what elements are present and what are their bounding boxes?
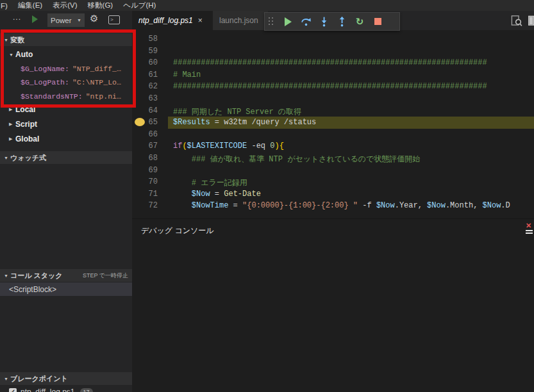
debug-config-dropdown[interactable]: Power ▼ <box>47 13 85 27</box>
line-number[interactable]: 71 <box>132 190 158 199</box>
breakpoint-item[interactable]: ✓ ntp_diff_log.ps1 17 <box>0 386 132 392</box>
menu-item-3[interactable]: 移動(G) <box>83 1 119 10</box>
variable-row[interactable]: $G_LogPath:"C:\NTP_Lo… <box>0 76 132 89</box>
line-number[interactable]: 58 <box>132 35 158 44</box>
breakpoints-section-header[interactable]: ▼ ブレークポイント <box>0 372 132 385</box>
watch-section-header[interactable]: ▼ ウォッチ式 <box>0 151 132 164</box>
vscode-window: F)編集(E)表示(V)移動(G)ヘルプ(H) ... Power ▼ ⚙ > … <box>0 0 534 392</box>
stop-icon <box>374 18 381 25</box>
variable-name: $G_LogPath: <box>21 78 69 86</box>
editor-line-70: 70 # エラー記録用 <box>132 176 534 188</box>
editor-line-65: 65$Results = w32tm /query /status <box>132 117 534 129</box>
menu-item-1[interactable]: 編集(E) <box>13 1 47 10</box>
variable-name: $G_LogName: <box>21 65 69 73</box>
line-number[interactable]: 64 <box>132 106 158 115</box>
restart-button[interactable]: ↻ <box>351 13 369 30</box>
variable-value: "ntp.ni… <box>86 92 121 101</box>
line-number[interactable]: 70 <box>132 177 158 186</box>
stop-button[interactable] <box>369 13 387 30</box>
variable-value: "NTP_diff_… <box>72 65 121 73</box>
tab-label: launch.json <box>219 16 258 25</box>
variables-group-global[interactable]: ▶Global <box>0 133 132 145</box>
step-out-button[interactable] <box>333 13 351 30</box>
line-number[interactable]: 63 <box>132 94 158 103</box>
step-into-button[interactable] <box>315 13 333 30</box>
editor-line-72: 72 $NowTime = "{0:0000}-{1:00}-{2:00} " … <box>132 200 534 212</box>
more-actions-button[interactable]: ... <box>13 13 21 22</box>
chevron-expanded-icon: ▼ <box>4 377 10 381</box>
line-number[interactable]: 69 <box>132 166 158 175</box>
editor-line-63: 63 <box>132 93 534 105</box>
debug-console-panel: デバッグ コンソール ✕ <box>132 218 534 392</box>
line-number[interactable]: 62 <box>132 82 158 91</box>
variables-group-local[interactable]: ▶Local <box>0 103 132 116</box>
editor-line-59: 59 <box>132 45 534 58</box>
group-label: Script <box>15 120 37 129</box>
chevron-collapsed-icon: ▶ <box>9 136 15 142</box>
editor-line-60: 60######################################… <box>132 57 534 69</box>
pause-reason-label: STEP で一時停止 <box>83 272 128 280</box>
menu-bar: F)編集(E)表示(V)移動(G)ヘルプ(H) <box>0 0 534 11</box>
variable-name: $StandardsNTP: <box>21 92 83 101</box>
code-text: $NowTime = "{0:0000}-{1:00}-{2:00} " -f … <box>173 201 510 210</box>
editor-line-61: 61# Main <box>132 69 534 81</box>
variables-section-header[interactable]: ▼ 変数 <box>0 33 132 46</box>
code-text: ### 同期した NTP Server の取得 <box>173 106 301 117</box>
call-stack-frame[interactable]: <ScriptBlock> <box>0 282 132 296</box>
menu-item-0[interactable]: F) <box>0 2 13 10</box>
step-over-button[interactable] <box>297 13 315 30</box>
step-into-icon <box>319 16 330 27</box>
code-text: # エラー記録用 <box>173 177 247 188</box>
group-label: Local <box>15 105 35 114</box>
call-stack-section-header[interactable]: ▼ コール スタック STEP で一時停止 <box>0 269 132 282</box>
split-editor-button[interactable] <box>528 15 534 29</box>
tab-launch-json[interactable]: launch.json <box>213 11 268 30</box>
line-number[interactable]: 61 <box>132 70 158 79</box>
menu-item-4[interactable]: ヘルプ(H) <box>118 1 161 10</box>
variables-header-label: 変数 <box>10 35 24 45</box>
breakpoint-checkbox[interactable]: ✓ <box>9 388 17 392</box>
chevron-down-icon: ▼ <box>77 18 81 22</box>
menu-item-2[interactable]: 表示(V) <box>47 1 82 10</box>
chevron-collapsed-icon: ▶ <box>9 107 15 112</box>
clipped-filter-icon: ✕ <box>526 223 534 236</box>
code-text: ########################################… <box>173 82 487 91</box>
top-toolbar-row: ... Power ▼ ⚙ > ntp_diff_log.ps1 × launc… <box>0 11 534 30</box>
variables-group-script[interactable]: ▶Script <box>0 118 132 131</box>
line-number[interactable]: 68 <box>132 154 158 163</box>
debug-sidebar-toolbar: ... Power ▼ ⚙ > <box>0 11 132 30</box>
variable-row[interactable]: $G_LogName:"NTP_diff_… <box>0 62 132 75</box>
frame-label: <ScriptBlock> <box>9 285 56 294</box>
step-over-icon <box>301 16 312 27</box>
line-number[interactable]: 72 <box>132 201 158 210</box>
debug-console-icon[interactable]: > <box>108 15 120 24</box>
line-number[interactable]: 60 <box>132 58 158 67</box>
variables-group-auto[interactable]: ▼ Auto <box>0 48 132 61</box>
line-number[interactable]: 67 <box>132 142 158 151</box>
tab-debug-console[interactable]: デバッグ コンソール <box>141 225 214 236</box>
line-number[interactable]: 66 <box>132 130 158 139</box>
code-editor[interactable]: 585960##################################… <box>132 30 534 218</box>
current-line-breakpoint-icon[interactable] <box>135 118 145 126</box>
chevron-expanded-icon: ▼ <box>4 38 10 42</box>
group-label: Global <box>15 135 39 143</box>
drag-handle-icon[interactable] <box>269 17 275 26</box>
editor-line-64: 64### 同期した NTP Server の取得 <box>132 105 534 117</box>
split-editor-icon <box>528 15 534 27</box>
variable-value: "C:\NTP_Lo… <box>72 78 121 86</box>
breakpoint-line-badge: 17 <box>80 388 93 392</box>
open-preview-button[interactable] <box>510 15 522 29</box>
line-number[interactable]: 59 <box>132 47 158 56</box>
close-icon[interactable]: × <box>198 16 203 25</box>
chevron-expanded-icon: ▼ <box>9 53 15 57</box>
gear-icon[interactable]: ⚙ <box>90 13 98 24</box>
continue-button[interactable] <box>279 13 297 30</box>
debug-controls-toolbar: ↻ <box>264 12 400 31</box>
start-debug-icon[interactable] <box>32 15 38 23</box>
variable-row[interactable]: $StandardsNTP:"ntp.ni… <box>0 90 132 102</box>
tab-ntp-diff-log[interactable]: ntp_diff_log.ps1 × <box>132 11 213 30</box>
group-label: Auto <box>15 50 33 59</box>
code-text: $Now = Get-Date <box>173 190 261 199</box>
editor-line-71: 71 $Now = Get-Date <box>132 188 534 200</box>
code-text: if($LASTEXITCODE -eq 0){ <box>173 142 284 151</box>
